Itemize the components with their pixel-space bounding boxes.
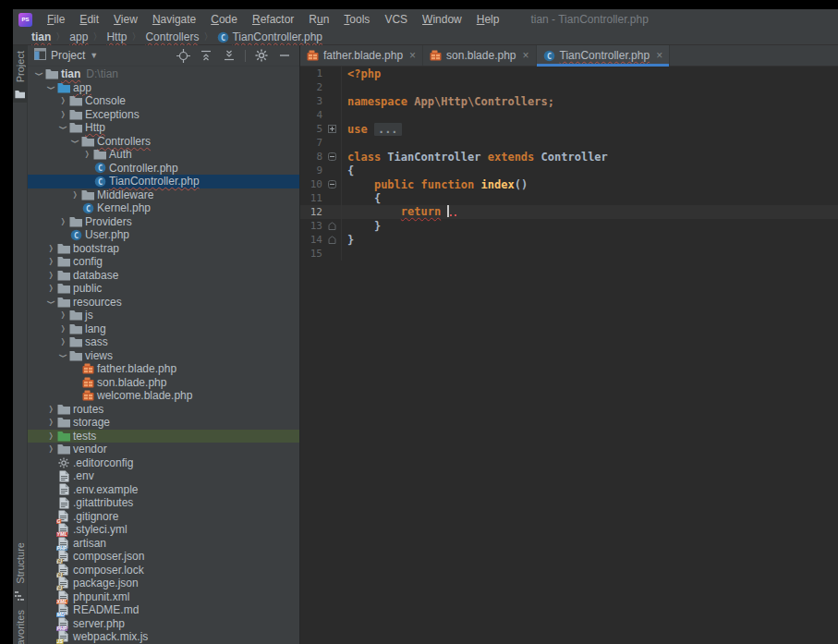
- tool-stripe-button-favorites[interactable]: Favorites: [15, 604, 26, 644]
- tree-item-views[interactable]: ❭views: [28, 349, 299, 363]
- tree-item-artisan[interactable]: PHPartisan: [28, 537, 299, 551]
- tree-item-.gitattributes[interactable]: .gitattributes: [28, 496, 299, 510]
- editor-tab-son.blade.php[interactable]: son.blade.php×: [423, 45, 536, 66]
- tree-item-composer.json[interactable]: {;}composer.json: [28, 550, 299, 564]
- code-editor[interactable]: 1<?php23namespace App\Http\Controllers;4…: [300, 67, 838, 644]
- tool-stripe-button-project[interactable]: Project: [13, 45, 27, 103]
- chevron-collapsed-icon[interactable]: ❭: [81, 150, 92, 159]
- tree-item-js[interactable]: ❭js: [28, 309, 299, 322]
- tree-item-database[interactable]: ❭database: [28, 269, 299, 283]
- editor-tab-father.blade.php[interactable]: father.blade.php×: [300, 45, 423, 66]
- tree-item-vendor[interactable]: ❭vendor: [28, 443, 299, 456]
- chevron-expanded-icon[interactable]: ❭: [46, 297, 55, 308]
- breadcrumb-item-http[interactable]: Http: [106, 30, 127, 43]
- tree-item-auth[interactable]: ❭Auth: [28, 148, 299, 162]
- tree-item-.editorconfig[interactable]: .editorconfig: [28, 456, 299, 470]
- tree-item-welcome.blade.php[interactable]: welcome.blade.php: [28, 389, 299, 403]
- tree-item-exceptions[interactable]: ❭Exceptions: [28, 108, 299, 122]
- chevron-collapsed-icon[interactable]: ❭: [69, 190, 80, 200]
- fold-marker-minus-icon[interactable]: [322, 150, 342, 164]
- tree-item-public[interactable]: ❭public: [28, 282, 299, 296]
- chevron-collapsed-icon[interactable]: ❭: [45, 244, 56, 253]
- chevron-collapsed-icon[interactable]: ❭: [45, 271, 56, 280]
- chevron-expanded-icon[interactable]: ❭: [70, 136, 79, 147]
- fold-marker-end-icon[interactable]: [322, 219, 342, 233]
- tab-close-icon[interactable]: ×: [656, 49, 662, 62]
- fold-marker-end-icon[interactable]: [322, 233, 342, 247]
- tree-item-readme.md[interactable]: MDREADME.md: [28, 603, 299, 617]
- chevron-collapsed-icon[interactable]: ❭: [45, 284, 56, 293]
- chevron-collapsed-icon[interactable]: ❭: [57, 337, 68, 346]
- tree-item-bootstrap[interactable]: ❭bootstrap: [28, 242, 299, 256]
- tree-item-routes[interactable]: ❭routes: [28, 403, 299, 417]
- hide-icon[interactable]: [277, 48, 292, 63]
- tab-close-icon[interactable]: ×: [523, 49, 529, 62]
- chevron-collapsed-icon[interactable]: ❭: [57, 310, 68, 320]
- tree-item-package.json[interactable]: {;}package.json: [28, 577, 299, 590]
- tree-item-sass[interactable]: ❭sass: [28, 335, 299, 349]
- menu-item-file[interactable]: File: [40, 11, 72, 28]
- tree-item-user.php[interactable]: CUser.php: [28, 228, 299, 242]
- tree-item-.styleci.yml[interactable]: YML.styleci.yml: [28, 523, 299, 537]
- tree-item-phpunit.xml[interactable]: XMLphpunit.xml: [28, 590, 299, 604]
- tree-item-controllers[interactable]: ❭Controllers: [28, 135, 299, 149]
- tree-item-server.php[interactable]: PHPserver.php: [28, 617, 299, 631]
- chevron-collapsed-icon[interactable]: ❭: [45, 431, 56, 441]
- menu-item-navigate[interactable]: Navigate: [145, 11, 203, 28]
- tree-item-son.blade.php[interactable]: son.blade.php: [28, 376, 299, 390]
- tree-item-tian[interactable]: ❭tianD:\tian: [28, 67, 299, 81]
- menu-item-run[interactable]: Run: [301, 11, 336, 28]
- tree-item-webpack.mix.js[interactable]: JSwebpack.mix.js: [28, 630, 299, 644]
- tree-item-kernel.php[interactable]: CKernel.php: [28, 201, 299, 215]
- collapse-all-icon[interactable]: [199, 48, 213, 63]
- tree-item-composer.lock[interactable]: {;}composer.lock: [28, 564, 299, 577]
- editor-tab-tiancontroller.php[interactable]: CTianController.php×: [537, 45, 671, 66]
- chevron-expanded-icon[interactable]: ❭: [46, 82, 55, 93]
- chevron-collapsed-icon[interactable]: ❭: [45, 418, 56, 427]
- fold-marker-plus-icon[interactable]: [322, 122, 342, 136]
- project-view-selector[interactable]: Project ▼: [34, 48, 98, 63]
- menu-item-tools[interactable]: Tools: [336, 11, 377, 28]
- menu-item-window[interactable]: Window: [415, 11, 469, 28]
- locate-icon[interactable]: [176, 48, 190, 63]
- tree-item-.env[interactable]: .env: [28, 469, 299, 483]
- chevron-collapsed-icon[interactable]: ❭: [57, 110, 68, 119]
- tree-item-providers[interactable]: ❭Providers: [28, 215, 299, 229]
- tab-close-icon[interactable]: ×: [409, 49, 416, 62]
- tree-item-.gitignore[interactable]: G.gitignore: [28, 510, 299, 524]
- tree-item-lang[interactable]: ❭lang: [28, 322, 299, 336]
- tree-item-middleware[interactable]: ❭Middleware: [28, 188, 299, 202]
- tree-item-controller.php[interactable]: CController.php: [28, 162, 299, 176]
- chevron-collapsed-icon[interactable]: ❭: [45, 405, 56, 414]
- expand-all-icon[interactable]: [222, 48, 237, 63]
- tree-item-http[interactable]: ❭Http: [28, 121, 299, 135]
- menu-item-code[interactable]: Code: [203, 11, 245, 28]
- chevron-collapsed-icon[interactable]: ❭: [45, 444, 56, 454]
- fold-marker-minus-icon[interactable]: [322, 177, 342, 191]
- chevron-collapsed-icon[interactable]: ❭: [57, 217, 68, 226]
- tree-item-storage[interactable]: ❭storage: [28, 416, 299, 430]
- tree-item-.env.example[interactable]: .env.example: [28, 483, 299, 497]
- chevron-expanded-icon[interactable]: ❭: [34, 68, 43, 79]
- tree-item-father.blade.php[interactable]: father.blade.php: [28, 362, 299, 376]
- menu-item-vcs[interactable]: VCS: [377, 11, 415, 28]
- chevron-expanded-icon[interactable]: ❭: [58, 350, 67, 361]
- tree-item-tests[interactable]: ❭tests: [28, 430, 299, 444]
- tree-item-resources[interactable]: ❭resources: [28, 296, 299, 310]
- menu-item-refactor[interactable]: Refactor: [245, 11, 301, 28]
- chevron-collapsed-icon[interactable]: ❭: [57, 96, 68, 105]
- tree-item-config[interactable]: ❭config: [28, 255, 299, 269]
- breadcrumb-item-controllers[interactable]: Controllers: [145, 30, 199, 43]
- breadcrumb-item-app[interactable]: app: [69, 30, 88, 43]
- tree-item-tiancontroller.php[interactable]: CTianController.php: [28, 175, 299, 188]
- tree-item-app[interactable]: ❭app: [28, 81, 299, 95]
- menu-item-edit[interactable]: Edit: [72, 11, 106, 28]
- breadcrumb-item-tian[interactable]: tian: [31, 30, 51, 43]
- phpstorm-logo-icon[interactable]: PS: [18, 13, 32, 27]
- menu-item-help[interactable]: Help: [469, 11, 507, 28]
- settings-icon[interactable]: [254, 48, 269, 63]
- tree-item-console[interactable]: ❭Console: [28, 94, 299, 108]
- chevron-expanded-icon[interactable]: ❭: [58, 122, 67, 133]
- menu-item-view[interactable]: View: [106, 11, 145, 28]
- chevron-collapsed-icon[interactable]: ❭: [45, 257, 56, 266]
